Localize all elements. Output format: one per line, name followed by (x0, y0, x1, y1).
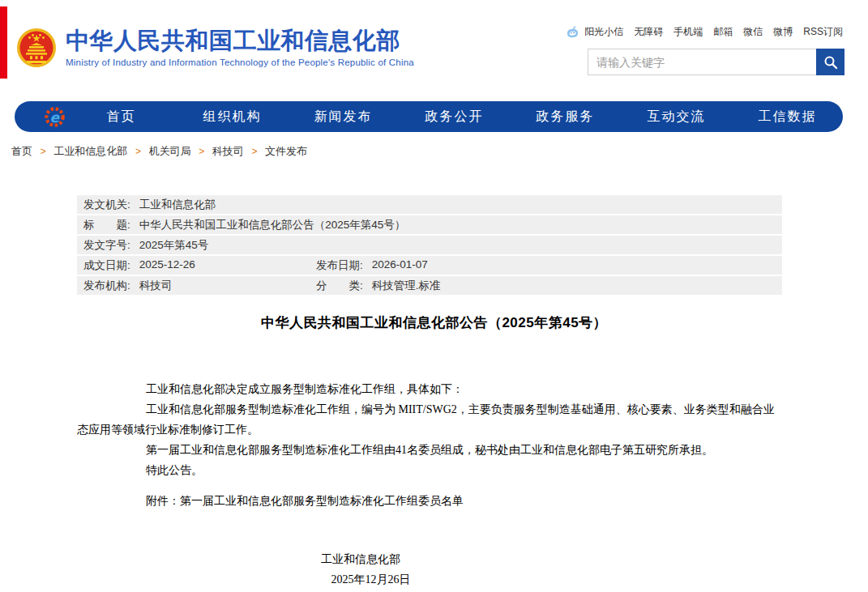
publish-org-value: 科技司 (139, 279, 173, 293)
breadcrumb-separator: > (135, 146, 141, 157)
site-title: 中华人民共和国工业和信息化部 (66, 28, 414, 54)
document-metadata-table: 发文机关: 工业和信息化部 标 题: 中华人民共和国工业和信息化部公告（2025… (77, 195, 782, 295)
brand-text: 中华人民共和国工业和信息化部 Ministry of Industry and … (66, 28, 414, 67)
nav-item-miit-data[interactable]: 工信数据 (732, 101, 843, 132)
breadcrumb-separator: > (251, 146, 257, 157)
signature-date: 2025年12月26日 (97, 569, 644, 590)
search-icon (823, 55, 838, 70)
miit-gear-e-logo-icon: e (44, 106, 66, 128)
publish-date-value: 2026-01-07 (372, 258, 428, 273)
meta-row-dates: 成文日期: 2025-12-26 发布日期: 2026-01-07 (77, 256, 782, 275)
quicklink-weibo[interactable]: 微博 (773, 25, 793, 39)
doc-paragraph-2: 工业和信息化部服务型制造标准化工作组，编号为 MIIT/SWG2，主要负责服务型… (77, 399, 784, 440)
header-quicklinks: 阳光小信 无障碍 手机端 邮箱 微信 微博 RSS订阅 (567, 25, 843, 39)
breadcrumb-science-tech-dept[interactable]: 科技司 (212, 145, 244, 157)
nav-item-gov-services[interactable]: 政务服务 (510, 101, 621, 132)
nav-item-organization[interactable]: 组织机构 (177, 101, 288, 132)
doc-number-value: 2025年第45号 (139, 238, 209, 253)
title-value: 中华人民共和国工业和信息化部公告（2025年第45号） (139, 218, 406, 232)
document-body: 工业和信息化部决定成立服务型制造标准化工作组，具体如下： 工业和信息化部服务型制… (77, 379, 784, 590)
signature-org: 工业和信息化部 (77, 549, 644, 569)
breadcrumb-miit[interactable]: 工业和信息化部 (53, 145, 127, 157)
search-input[interactable] (588, 49, 816, 75)
category-value: 科技管理.标准 (372, 279, 441, 293)
title-label: 标 题: (83, 218, 130, 232)
quicklink-mobile[interactable]: 手机端 (673, 25, 703, 39)
quicklink-rss[interactable]: RSS订阅 (803, 25, 843, 39)
nav-item-interaction[interactable]: 互动交流 (621, 101, 732, 132)
main-nav: e 首页 组织机构 新闻发布 政务公开 政务服务 互动交流 工信数据 (15, 101, 843, 132)
attachment-link[interactable]: 附件：第一届工业和信息化部服务型制造标准化工作组委员名单 (146, 495, 464, 507)
breadcrumb-home[interactable]: 首页 (11, 145, 32, 157)
breadcrumb-separator: > (41, 146, 46, 157)
quicklink-accessibility[interactable]: 无障碍 (634, 25, 663, 39)
nav-item-gov-disclosure[interactable]: 政务公开 (399, 101, 510, 132)
written-date-value: 2025-12-26 (139, 258, 195, 273)
doc-paragraph-1: 工业和信息化部决定成立服务型制造标准化工作组，具体如下： (77, 379, 784, 399)
category-label: 分 类: (316, 279, 363, 293)
document-page: 发文机关: 工业和信息化部 标 题: 中华人民共和国工业和信息化部公告（2025… (0, 195, 868, 590)
nav-item-news[interactable]: 新闻发布 (288, 101, 399, 132)
breadcrumb-separator: > (199, 146, 204, 157)
signature-block: 工业和信息化部 2025年12月26日 (77, 549, 644, 590)
doc-number-label: 发文字号: (83, 238, 130, 253)
search-bar (588, 49, 844, 75)
red-accent-bar (0, 6, 7, 79)
doc-paragraph-4: 特此公告。 (77, 460, 784, 480)
issuing-agency-value: 工业和信息化部 (139, 198, 216, 212)
publish-org-label: 发布机构: (83, 279, 130, 293)
breadcrumb: 首页 > 工业和信息化部 > 机关司局 > 科技司 > 文件发布 (11, 144, 868, 159)
breadcrumb-document-release[interactable]: 文件发布 (265, 145, 307, 157)
site-brand: 中华人民共和国工业和信息化部 Ministry of Industry and … (16, 27, 414, 69)
xiaoxin-robot-icon (567, 26, 579, 39)
site-header: 中华人民共和国工业和信息化部 Ministry of Industry and … (0, 0, 868, 96)
svg-text:e: e (50, 109, 61, 125)
quicklink-mail[interactable]: 邮箱 (713, 25, 733, 39)
national-emblem-icon (16, 27, 57, 69)
issuing-agency-label: 发文机关: (83, 198, 130, 212)
meta-row-org-category: 发布机构: 科技司 分 类: 科技管理.标准 (77, 276, 782, 295)
quicklink-wechat[interactable]: 微信 (743, 25, 763, 39)
quicklink-sunshine-xiaoxin[interactable]: 阳光小信 (584, 25, 623, 39)
document-title: 中华人民共和国工业和信息化部公告（2025年第45号） (0, 314, 868, 332)
meta-row-doc-number: 发文字号: 2025年第45号 (77, 236, 782, 254)
search-button[interactable] (816, 49, 844, 75)
written-date-label: 成文日期: (83, 258, 130, 273)
nav-item-home[interactable]: 首页 (66, 101, 177, 132)
site-subtitle-en: Ministry of Industry and Information Tec… (66, 57, 414, 67)
meta-row-title: 标 题: 中华人民共和国工业和信息化部公告（2025年第45号） (77, 215, 782, 234)
meta-row-issuing-agency: 发文机关: 工业和信息化部 (77, 195, 782, 214)
attachment-line: 附件：第一届工业和信息化部服务型制造标准化工作组委员名单 (77, 491, 784, 511)
publish-date-label: 发布日期: (316, 258, 363, 273)
breadcrumb-departments[interactable]: 机关司局 (149, 145, 191, 157)
doc-paragraph-3: 第一届工业和信息化部服务型制造标准化工作组由41名委员组成，秘书处由工业和信息化… (77, 440, 784, 460)
